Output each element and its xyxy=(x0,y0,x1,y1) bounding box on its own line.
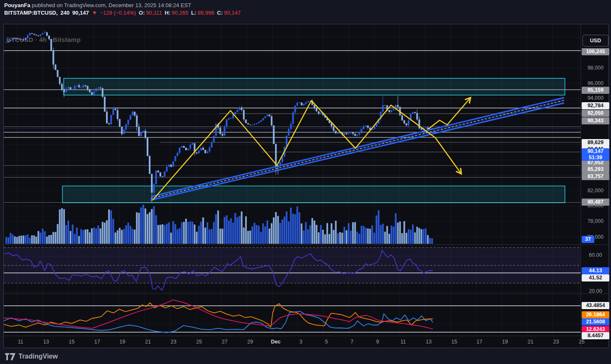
price-badge: 44.13 xyxy=(582,267,609,274)
price-badge: 8.4457 xyxy=(582,332,609,339)
price-tick: 78,000 xyxy=(582,218,609,225)
price-badge: 26.1864 xyxy=(582,311,609,318)
time-tick: 3 xyxy=(293,339,309,345)
last-price: 90,147 xyxy=(72,10,89,16)
candle xyxy=(129,115,131,120)
interval: 240 xyxy=(60,10,70,16)
candle xyxy=(142,131,144,132)
candle xyxy=(31,33,33,34)
candle xyxy=(224,125,225,136)
price-change: −128 (−0.14%) xyxy=(100,10,136,16)
candle xyxy=(95,88,97,92)
time-tick: 17 xyxy=(471,339,488,345)
candle xyxy=(102,88,104,98)
time-tick: 23 xyxy=(165,339,182,345)
chart-watermark: BTCUSD · 4h · Bitstamp xyxy=(6,36,80,43)
time-tick: 19 xyxy=(497,339,513,345)
candle xyxy=(280,162,281,167)
price-tick: 94,000 xyxy=(582,95,609,101)
time-tick: 25 xyxy=(573,339,590,345)
time-tick: 7 xyxy=(344,339,360,345)
candle xyxy=(160,172,161,177)
price-tick: 96,000 xyxy=(582,80,609,87)
symbol-name: BITSTAMP:BTCUSD, xyxy=(4,10,58,16)
candle xyxy=(236,110,238,112)
price-tick: 82,000 xyxy=(582,187,609,194)
candle xyxy=(119,119,121,127)
time-tick: Dec xyxy=(267,339,284,345)
candle xyxy=(301,103,303,106)
candle xyxy=(247,123,249,124)
price-badge: 89,629 xyxy=(582,139,609,146)
tradingview-snapshot: PouyanFa published on TradingView.com, D… xyxy=(0,0,611,364)
candle xyxy=(70,87,71,89)
supply-zone xyxy=(64,78,565,95)
close-label: C: xyxy=(217,10,223,16)
candle xyxy=(123,129,125,134)
candle xyxy=(245,119,247,123)
price-badge: 83,757 xyxy=(582,173,609,180)
candle xyxy=(234,112,236,115)
byline: PouyanFa published on TradingView.com, D… xyxy=(4,2,242,9)
candle xyxy=(104,96,106,112)
time-tick: 29 xyxy=(242,339,259,345)
time-tick: 19 xyxy=(114,339,131,345)
candle xyxy=(181,146,183,147)
symbol-bar: BITSTAMP:BTCUSD, 240 90,147 ▼ −128 (−0.1… xyxy=(4,9,242,16)
price-tick: 20.00 xyxy=(582,288,609,294)
price-badge: 90,343 xyxy=(582,117,609,124)
time-tick: 15 xyxy=(63,339,80,345)
open-value: 90,111 xyxy=(146,10,162,16)
time-tick: 25 xyxy=(191,339,207,345)
time-tick: 9 xyxy=(369,339,386,345)
price-badge: 80,487 xyxy=(582,199,609,206)
chart-frame[interactable]: BTCUSD · 4h · Bitstamp USD 98,00096,0009… xyxy=(3,24,609,348)
price-badge: 43.4854 xyxy=(582,302,609,309)
price-badge: 37 xyxy=(582,236,594,243)
candle xyxy=(57,70,59,77)
time-tick: 21 xyxy=(522,339,539,345)
currency-toggle-button[interactable]: USD xyxy=(583,35,608,46)
time-tick: 27 xyxy=(216,339,233,345)
candle xyxy=(54,64,56,70)
tradingview-logo-icon xyxy=(5,353,16,360)
high-value: 90,265 xyxy=(172,10,189,16)
candle xyxy=(110,115,112,125)
candle xyxy=(262,118,264,120)
close-value: 90,147 xyxy=(224,10,241,16)
time-tick: 21 xyxy=(140,339,156,345)
price-badge: 41.52 xyxy=(582,274,609,281)
current-price-badge: 90,147 51:39 xyxy=(582,148,609,161)
candle xyxy=(174,156,176,162)
price-badge: 100,245 xyxy=(582,48,609,55)
candle xyxy=(288,128,290,136)
low-value: 89,996 xyxy=(197,10,214,16)
footer: TradingView xyxy=(5,351,58,362)
candle xyxy=(412,112,414,114)
price-tick: 60.00 xyxy=(582,252,609,258)
time-tick: 17 xyxy=(89,339,106,345)
low-label: L: xyxy=(191,10,196,16)
byline-text: published on TradingView.com, December 1… xyxy=(30,2,191,8)
price-badge: 92,784 xyxy=(582,102,609,109)
demand-zone xyxy=(62,186,565,203)
candle xyxy=(183,146,185,148)
candle xyxy=(147,137,148,157)
time-tick: 11 xyxy=(395,339,412,345)
price-badge: 85,293 xyxy=(582,166,609,173)
bar-countdown: 51:39 xyxy=(582,155,609,161)
candle xyxy=(172,161,174,167)
chart-canvas[interactable] xyxy=(4,24,608,348)
price-badge: 21.5608 xyxy=(582,318,609,325)
time-tick: 13 xyxy=(420,339,437,345)
open-label: O: xyxy=(139,10,145,16)
candle xyxy=(344,133,345,135)
time-tick: 23 xyxy=(548,339,564,345)
candle xyxy=(149,155,150,174)
candle xyxy=(164,171,166,177)
time-tick: 11 xyxy=(12,339,29,345)
candle xyxy=(414,112,416,113)
price-tick: 98,000 xyxy=(582,65,609,71)
candle xyxy=(299,103,300,103)
candle xyxy=(213,136,215,143)
